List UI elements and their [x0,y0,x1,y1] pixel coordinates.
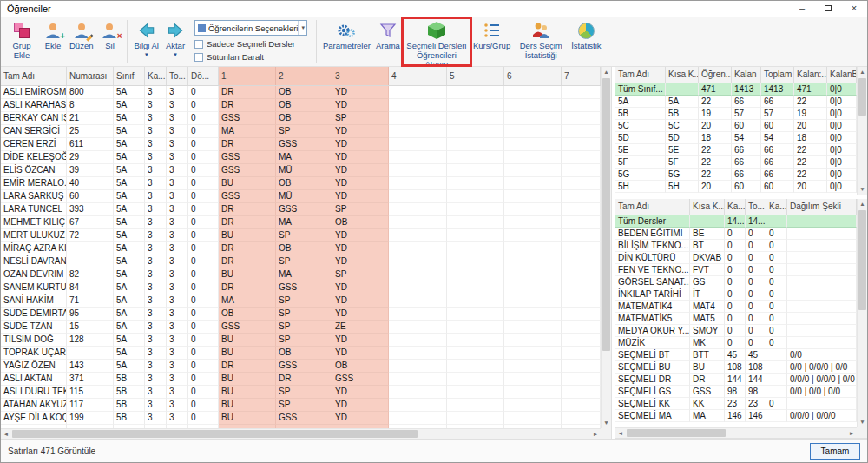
table-row[interactable]: GÖRSEL SANAT...GS000 [615,276,857,288]
table-row[interactable]: SEÇMELİ DRDR1441440/0/0 | 0/0/0 | 0/0 [615,374,857,386]
table-row[interactable]: ELİS ÖZCAN395A330GSSMÜYD [1,164,601,177]
table-row[interactable]: 5E5E226666220|0 [615,144,857,156]
table-row[interactable]: BİLİŞİM TEKNO...BT000 [615,240,857,252]
scroll-down-icon[interactable]: ▼ [858,184,867,195]
scroll-left-icon[interactable]: ◄ [615,428,626,438]
course-group-button[interactable]: Kurs/Grup [470,18,513,65]
table-row[interactable]: ATAHAN AKYÜZ1175B330BUSPYD [1,399,601,412]
table-row[interactable]: LARA TUNCEL3935A330DRGSSSP [1,203,601,216]
students-horizontal-scrollbar[interactable]: ◄ ► [1,428,601,439]
table-row[interactable]: MEHMET KILIÇ675A330DRMAOB [1,216,601,229]
table-row[interactable]: 5B5B195757190|0 [615,108,857,120]
table-row[interactable]: DİDE KELEŞOĞLU295A330GSSMAYD [1,151,601,164]
column-header[interactable]: Dağılım Şekli [787,199,857,215]
scroll-up-icon[interactable]: ▲ [858,199,867,209]
column-header[interactable]: Ka... [766,199,787,215]
table-row[interactable]: 5A5A226666220|0 [615,96,857,108]
table-row[interactable]: SANEM KURTU...845A330DRGSSYD [1,281,601,294]
scroll-down-icon[interactable]: ▼ [602,418,611,428]
table-row[interactable]: SEÇMELİ BUBU1081080/0 | 0/0/0 | 0/0 [615,361,857,374]
search-button[interactable]: Arama [373,18,403,65]
table-row[interactable]: ASLI DURU TEKİ...1155B330BUSPYD [1,386,601,399]
column-header[interactable]: Ka... [725,199,746,215]
table-row[interactable]: MEDYA OKUR Y...SMOY000 [615,325,857,337]
table-row[interactable]: TILSIM DOĞ1285A330BUSPYD [1,334,601,347]
table-row[interactable]: SEÇMELİ MAMA1461460/0/0 | 0/0/0 [615,410,857,422]
table-row[interactable]: DİN KÜLTÜRÜDKVAB000 [615,252,857,264]
table-row[interactable]: MİRAÇ AZRA KI...5A330DROBYD [1,242,601,255]
table-row[interactable]: CEREN ERZİ6115A330DRGSSYD [1,138,601,151]
add-group-button[interactable]: Grup Ekle [4,18,39,65]
column-header[interactable]: Dö... [188,67,219,85]
scroll-right-icon[interactable]: ► [590,429,601,439]
table-row[interactable]: BEDEN EĞİTİMİBE000 [615,228,857,240]
column-header[interactable]: Kısa K... [690,199,725,215]
table-row[interactable]: 5D5D185454180|0 [615,132,857,144]
checkbox-only-elective-courses[interactable]: Sadece Seçmeli Dersler [194,39,307,49]
table-row[interactable]: 5H5H206060200|0 [615,181,857,193]
column-header[interactable]: Tam Adı [1,67,67,85]
table-row[interactable]: EMİR MERALO...405A330BUOBYD [1,177,601,190]
table-row[interactable]: Tüm Dersler14...14... [615,215,857,228]
table-row[interactable]: YAĞIZ ÖZEN1435A330DRGSSOB [1,360,601,373]
table-row[interactable]: FEN VE TEKNO...FVT000 [615,264,857,276]
table-row[interactable]: CAN SERGİCİ255A330MASPYD [1,125,601,138]
column-header[interactable]: 7 [562,67,601,85]
scrollbar-thumb[interactable] [602,78,610,351]
table-row[interactable]: MÜZİKMK000 [615,337,857,349]
table-row[interactable]: MERT ULUKUZ725A330BUSPYD [1,229,601,242]
table-row[interactable]: Tüm Sınıf...471141314134710|0 [615,83,857,96]
students-vertical-scrollbar[interactable]: ▲ ▼ [601,67,611,428]
scroll-down-icon[interactable]: ▼ [858,417,867,427]
table-row[interactable]: İNKILAP TARİHİİT000 [615,288,857,301]
column-header[interactable]: Kalan [732,67,761,83]
close-button[interactable]: × [841,1,867,17]
column-header[interactable]: Toplam [761,67,794,83]
column-header[interactable]: 2 [276,67,332,85]
table-row[interactable]: 5F5F226666220|0 [615,156,857,169]
statistics-button[interactable]: İstatistik [569,18,603,65]
checkbox-collapse-columns[interactable]: Sütunları Daralt [194,52,307,62]
column-header[interactable]: Tam Adı [615,199,690,215]
scrollbar-thumb[interactable] [858,78,866,116]
column-header[interactable]: Numarası [67,67,114,85]
column-header[interactable]: To... [746,199,766,215]
table-row[interactable]: NESLİ DAVRAN5A330DRSPYD [1,255,601,268]
table-row[interactable]: MATEMATİK5MAT5000 [615,313,857,325]
add-student-button[interactable]: + Ekle [39,18,67,65]
table-row[interactable]: OZAN DEVRIM825A330BUMASP [1,268,601,281]
column-header[interactable]: Ka... [145,67,167,85]
table-row[interactable]: ASLI KARAHAS...85A330DROBYD [1,99,601,112]
courses-horizontal-scrollbar[interactable]: ◄ ► [615,427,857,438]
scroll-left-icon[interactable]: ◄ [1,429,11,439]
column-header[interactable]: Sınıf [114,67,145,85]
table-row[interactable]: BERKAY CAN IŞIK215A330GSSOBSP [1,112,601,125]
column-header[interactable]: 6 [504,67,562,85]
assign-electives-button[interactable]: Seçmeli Dersleri Öğrencileri Atayın [403,18,470,65]
column-header[interactable]: Kısa K... [666,67,699,83]
table-row[interactable]: SEÇMELİ GSGSS98980/0 | 0/0 | 0/0 [615,386,857,398]
table-row[interactable]: MATEMATİK4MAT4000 [615,301,857,313]
minimize-button[interactable]: – [789,1,815,17]
edit-student-button[interactable]: Düzen [67,18,95,65]
scrollbar-thumb[interactable] [12,430,418,438]
column-header[interactable]: KalanB... [827,67,857,83]
scroll-up-icon[interactable]: ▲ [602,67,611,77]
table-row[interactable]: SEÇMELİ KKKK23230 [615,398,857,410]
courses-vertical-scrollbar[interactable]: ▲ ▼ [857,199,867,427]
scroll-right-icon[interactable]: ► [846,428,857,438]
scrollbar-thumb[interactable] [627,429,726,437]
table-row[interactable]: 5G5G226666220|0 [615,169,857,181]
table-row[interactable]: 5C5C206060200|0 [615,120,857,132]
scroll-up-icon[interactable]: ▲ [858,67,867,77]
maximize-button[interactable] [815,1,841,17]
column-header[interactable]: 1 [219,67,276,85]
table-row[interactable]: LARA SARKUŞ605A330GSSMÜYD [1,190,601,203]
table-row[interactable]: ASLI EMİROSM...8005A330DROBYD [1,86,601,99]
column-header[interactable]: Tam Adı [615,67,666,83]
column-header[interactable]: 5 [447,67,504,85]
table-row[interactable]: SUDE DEMİRTAŞ955A330OBSPYD [1,308,601,321]
table-row[interactable]: TOPRAK UÇAR5A330BUOBYD [1,347,601,360]
course-selection-stats-button[interactable]: Ders Seçim İstatistiği [513,18,569,65]
students-options-dropdown[interactable]: Öğrencilerin Seçenekleri ▾ [194,20,307,36]
